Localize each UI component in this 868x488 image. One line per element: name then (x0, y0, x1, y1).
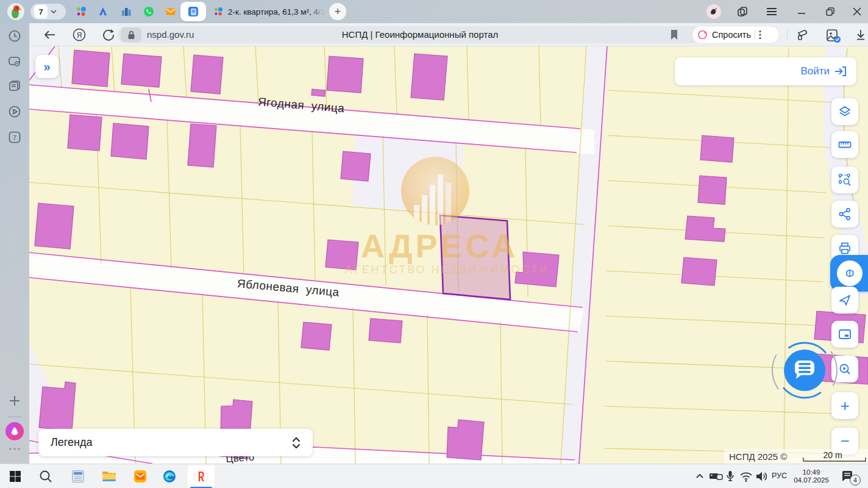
building[interactable] (35, 203, 74, 249)
play-icon (8, 105, 21, 118)
sidebar-screenshot-button[interactable] (8, 55, 21, 68)
building[interactable] (681, 257, 717, 285)
pinned-tab-letter-a[interactable] (98, 6, 108, 17)
layers-button[interactable] (831, 98, 858, 125)
svg-text:7: 7 (13, 134, 16, 142)
mail-icon (165, 6, 176, 17)
sidebar-video-button[interactable] (8, 105, 21, 118)
share-button[interactable] (831, 201, 858, 228)
tray-devices-icon[interactable] (708, 469, 723, 484)
refresh-icon (101, 27, 116, 42)
start-button[interactable] (8, 469, 23, 484)
yandex-search-button[interactable]: Я (72, 27, 87, 42)
building[interactable] (700, 135, 734, 162)
tray-expand-button[interactable] (695, 469, 705, 484)
refresh-button[interactable] (101, 27, 116, 42)
map-canvas[interactable]: АДРЕСА АГЕНТСТВО НЕДВИЖИМОСТИ Ягодная ул… (29, 46, 868, 464)
tab-bar: 7 (0, 0, 868, 23)
tab-avito-listing[interactable]: 2-к. квартира, 61,3 м², 4/1 (213, 5, 329, 18)
watermark-logo (396, 151, 475, 231)
yandex-mail-button[interactable] (133, 469, 148, 484)
pinned-tab-avito[interactable] (76, 6, 87, 17)
pinned-tab-whatsapp[interactable] (143, 6, 154, 17)
bookmark-button[interactable] (667, 27, 681, 42)
tray-wifi-icon[interactable] (739, 469, 753, 484)
speaker-icon (755, 469, 769, 484)
sidebar-history-button[interactable] (8, 29, 21, 43)
select-area-button[interactable] (831, 167, 858, 193)
building[interactable] (341, 151, 371, 181)
building[interactable] (411, 54, 447, 100)
tab-title: 2-к. квартира, 61,3 м², 4/1 (228, 7, 326, 16)
minimize-button[interactable] (794, 5, 809, 18)
building[interactable] (327, 56, 363, 93)
tray-microphone-icon[interactable] (725, 469, 735, 484)
back-arrow-icon (43, 27, 57, 42)
legend-label: Легенда (51, 436, 92, 449)
kebab-menu-icon[interactable] (759, 30, 761, 40)
url-bar[interactable]: nspd.gov.ru НСПД | Геоинформационный пор… (118, 26, 722, 43)
share-icon (838, 207, 852, 221)
building[interactable] (698, 176, 727, 204)
yandex-browser-active-tile[interactable] (188, 465, 215, 487)
navigate-arrow-icon (838, 293, 852, 307)
taskbar-app-1c[interactable] (71, 469, 85, 484)
extension-scanner-button[interactable] (795, 27, 809, 42)
restore-button[interactable] (823, 5, 838, 18)
download-icon (853, 27, 868, 42)
file-explorer-button[interactable] (101, 469, 116, 484)
browser-sidebar: 7 (0, 23, 29, 464)
building[interactable] (301, 322, 332, 350)
back-button[interactable] (43, 27, 57, 42)
close-button[interactable] (850, 5, 864, 18)
downloads-button[interactable] (853, 27, 868, 42)
restore-icon (825, 7, 835, 16)
tabs-panel-button[interactable] (735, 5, 750, 18)
tray-volume-icon[interactable] (755, 469, 769, 484)
building[interactable] (188, 124, 216, 167)
clock[interactable]: 10:49 04.07.2025 (788, 468, 835, 484)
sidebar-more-button[interactable] (8, 447, 21, 451)
sidebar-alice-button[interactable] (5, 422, 24, 440)
screenshot-camera-icon (8, 55, 21, 68)
ask-alice-button[interactable]: Спросить (692, 26, 780, 44)
image-protect-button[interactable] (825, 27, 840, 42)
yandex-circle-icon: Я (72, 27, 87, 42)
sidebar-add-button[interactable] (8, 394, 21, 407)
tab-group-chip[interactable]: 7 (30, 4, 66, 20)
building[interactable] (39, 382, 76, 431)
sidebar-feed-button[interactable] (8, 79, 21, 92)
profile-avatar[interactable] (7, 3, 24, 20)
clock-time: 10:49 (788, 468, 835, 476)
active-pinned-tab-nspd[interactable] (180, 2, 206, 21)
menu-button[interactable] (764, 5, 779, 18)
building[interactable] (369, 318, 402, 343)
taskbar-search-button[interactable] (38, 469, 53, 484)
building[interactable] (121, 54, 162, 87)
alice-button[interactable] (706, 5, 722, 18)
device-icon (708, 469, 724, 484)
sidebar-app-7-button[interactable]: 7 (8, 131, 21, 144)
pinned-tab-buildings[interactable] (121, 6, 132, 17)
building[interactable] (311, 89, 326, 96)
edge-button[interactable] (162, 469, 177, 484)
active-tool-panel[interactable] (830, 255, 868, 292)
measure-button[interactable] (831, 131, 858, 158)
chat-assistant-button[interactable] (768, 334, 841, 407)
collapse-expand-icon[interactable] (292, 437, 301, 449)
building[interactable] (68, 115, 102, 151)
my-location-button[interactable] (831, 287, 858, 314)
building[interactable] (111, 123, 149, 159)
pinned-tab-mail[interactable] (165, 6, 176, 17)
login-bar[interactable]: Войти (675, 57, 856, 85)
scanner-icon (795, 27, 809, 42)
new-tab-button[interactable]: + (329, 3, 346, 20)
expand-sidebar-button[interactable]: » (35, 55, 59, 78)
language-indicator[interactable]: РУС (772, 472, 787, 480)
close-icon (853, 7, 861, 16)
mail-app-icon (133, 469, 148, 484)
chevron-up-icon (695, 469, 705, 484)
building[interactable] (191, 55, 223, 94)
building[interactable] (72, 50, 110, 87)
legend-panel[interactable]: Легенда (38, 429, 313, 456)
